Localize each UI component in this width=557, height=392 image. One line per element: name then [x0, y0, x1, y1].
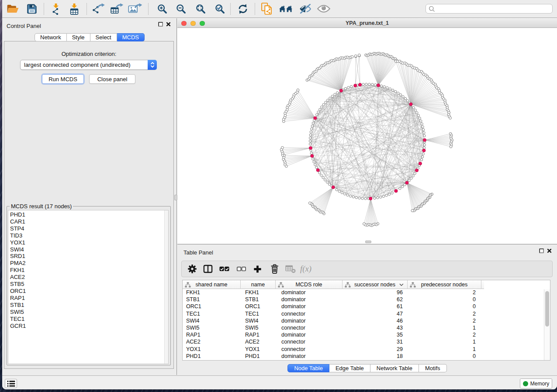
- zoom-in-button[interactable]: [155, 2, 169, 16]
- cell-mcds-role: dominator: [281, 318, 306, 324]
- delete-column-button[interactable]: [268, 262, 281, 275]
- mcds-result-item[interactable]: TEC1: [10, 316, 26, 323]
- table-tab-network-table[interactable]: Network Table: [370, 364, 419, 372]
- zoom-fit-button[interactable]: [194, 2, 208, 16]
- column-header-predecessor-nodes[interactable]: predecessor nodes: [408, 280, 481, 289]
- network-window-titlebar[interactable]: YPA_prune.txt_1: [177, 18, 557, 28]
- export-image-button[interactable]: [128, 2, 142, 16]
- run-mcds-button[interactable]: Run MCDS: [42, 74, 84, 84]
- mcds-result-item[interactable]: SWI5: [10, 309, 26, 316]
- table-row-ORC1[interactable]: ORC1ORC1dominator610: [183, 303, 541, 311]
- show-hide-columns-button[interactable]: [201, 262, 214, 275]
- mcds-result-item[interactable]: STB1: [10, 302, 26, 309]
- close-panel-icon[interactable]: [166, 22, 171, 27]
- table-tab-motifs[interactable]: Motifs: [419, 364, 447, 372]
- network-graph[interactable]: [177, 28, 557, 244]
- cell-shared-name: ORC1: [186, 303, 201, 309]
- mcds-result-item[interactable]: ACE2: [10, 274, 26, 281]
- task-history-button[interactable]: [5, 379, 17, 388]
- mcds-result-item[interactable]: GCR1: [10, 323, 26, 330]
- table-scrollbar[interactable]: [544, 289, 550, 360]
- zoom-out-button[interactable]: [174, 2, 188, 16]
- export-table-button[interactable]: [110, 2, 124, 16]
- mcds-result-item[interactable]: STP4: [10, 225, 26, 232]
- import-network-icon: [50, 3, 62, 15]
- close-table-panel-icon[interactable]: [547, 248, 552, 253]
- table-tab-edge-table[interactable]: Edge Table: [329, 364, 370, 372]
- control-tab-select[interactable]: Select: [90, 33, 117, 41]
- mcds-result-item[interactable]: ORC1: [10, 288, 26, 295]
- cell-successor-nodes: 35: [343, 332, 403, 338]
- cell-shared-name: SWI4: [186, 318, 200, 324]
- mcds-result-item[interactable]: SRD1: [10, 253, 26, 260]
- function-builder-button[interactable]: [300, 262, 313, 275]
- mcds-tab-content: Optimization criterion: largest connecte…: [4, 41, 174, 369]
- table-row-RAP1[interactable]: RAP1RAP1dominator352: [183, 332, 541, 339]
- float-panel-icon[interactable]: [158, 22, 163, 27]
- horizontal-splitter-handle[interactable]: [365, 241, 371, 243]
- cell-predecessor-nodes: 2: [408, 311, 476, 317]
- import-network-button[interactable]: [49, 2, 63, 16]
- cell-successor-nodes: 61: [343, 303, 403, 309]
- mcds-result-item[interactable]: PHD1: [10, 211, 26, 218]
- memory-button[interactable]: Memory: [520, 378, 552, 389]
- select-all-columns-button[interactable]: [218, 262, 231, 275]
- table-row-STB1[interactable]: STB1STB1dominator620: [183, 296, 541, 304]
- column-header-MCDS-role[interactable]: MCDS role: [276, 280, 343, 289]
- cell-name: ORC1: [245, 303, 260, 309]
- network-canvas[interactable]: [177, 28, 557, 244]
- open-file-button[interactable]: [6, 2, 20, 16]
- delete-table-button[interactable]: [284, 262, 297, 275]
- column-header-name[interactable]: name: [241, 280, 276, 289]
- table-tab-node-table[interactable]: Node Table: [287, 364, 329, 372]
- deselect-all-columns-button[interactable]: [235, 262, 248, 275]
- cell-name: FKH1: [245, 289, 259, 296]
- first-neighbors-button[interactable]: [260, 2, 274, 16]
- table-row-PHD1[interactable]: PHD1PHD1dominator180: [183, 353, 541, 361]
- control-tab-mcds[interactable]: MCDS: [117, 33, 145, 41]
- show-graphics-details-button[interactable]: [317, 2, 331, 16]
- column-header-successor-nodes[interactable]: successor nodes: [343, 280, 408, 289]
- table-row-SWI4[interactable]: SWI4SWI4dominator462: [183, 318, 541, 325]
- apply-preferred-layout-button[interactable]: [236, 2, 250, 16]
- table-row-TEC1[interactable]: TEC1TEC1connector472: [183, 311, 541, 318]
- hide-graphics-details-button[interactable]: [298, 2, 312, 16]
- export-table-icon: [110, 3, 123, 14]
- table-row-ACE2[interactable]: ACE2ACE2connector311: [183, 339, 541, 346]
- mcds-result-item[interactable]: PMA2: [10, 260, 26, 267]
- close-panel-button[interactable]: Close panel: [89, 74, 135, 84]
- save-session-button[interactable]: [25, 2, 39, 16]
- mcds-result-item[interactable]: STB5: [10, 281, 26, 288]
- import-table-button[interactable]: [67, 2, 81, 16]
- cell-successor-nodes: 47: [343, 311, 403, 317]
- mcds-result-item[interactable]: FKH1: [10, 267, 26, 274]
- mcds-result-list[interactable]: PHD1CAR1STP4TID3YOX1SWI4SRD1PMA2FKH1ACE2…: [8, 210, 169, 364]
- column-settings-button[interactable]: [186, 262, 199, 275]
- mcds-result-item[interactable]: TID3: [10, 232, 26, 239]
- mcds-result-item[interactable]: RAP1: [10, 295, 26, 302]
- search-input[interactable]: [437, 6, 552, 12]
- mcds-result-item[interactable]: SWI4: [10, 246, 26, 253]
- export-network-button[interactable]: [91, 2, 105, 16]
- cell-predecessor-nodes: 2: [408, 318, 476, 324]
- column-header-shared-name[interactable]: shared name: [183, 280, 241, 289]
- optimization-criterion-select[interactable]: largest connected component (undirected): [20, 60, 157, 70]
- create-column-button[interactable]: [251, 262, 264, 275]
- cell-name: TEC1: [245, 311, 259, 317]
- table-scrollbar-thumb[interactable]: [545, 291, 549, 327]
- mcds-result-item[interactable]: YOX1: [10, 239, 26, 246]
- table-row-SWI5[interactable]: SWI5SWI5connector431: [183, 325, 541, 332]
- control-tab-network[interactable]: Network: [35, 33, 67, 41]
- show-all-networks-button[interactable]: [279, 2, 293, 16]
- table-row-FKH1[interactable]: FKH1FKH1dominator962: [183, 289, 541, 297]
- mcds-list-scrollbar[interactable]: [164, 210, 168, 364]
- table-row-YOX1[interactable]: YOX1YOX1connector291: [183, 346, 541, 354]
- zoom-selected-button[interactable]: [213, 2, 227, 16]
- control-panel: Control Panel NetworkStyleSelectMCDS Opt…: [2, 18, 177, 375]
- search-box[interactable]: [426, 4, 553, 14]
- zoom-selected-icon: [215, 4, 225, 14]
- mcds-result-item[interactable]: CAR1: [10, 218, 26, 225]
- vertical-splitter-handle[interactable]: [174, 195, 177, 200]
- control-tab-style[interactable]: Style: [67, 33, 90, 41]
- float-table-panel-icon[interactable]: [539, 248, 544, 253]
